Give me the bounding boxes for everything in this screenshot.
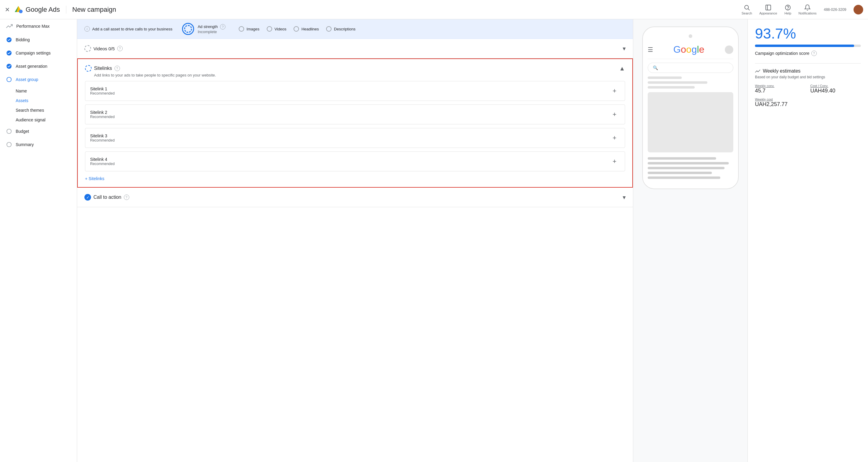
sidebar-item-asset-group[interactable]: Asset group: [0, 73, 77, 86]
score-percent: 93.7%: [755, 27, 861, 41]
asset-checks: Images Videos Headlines Descriptions: [239, 26, 355, 32]
sitelink-name-4: Sitelink 4: [90, 157, 115, 162]
sitelink-info-4: Sitelink 4 Recommended: [90, 157, 115, 166]
sidebar-item-campaign-settings[interactable]: Campaign settings: [0, 46, 77, 60]
score-label: Campaign optimization score ?: [755, 51, 861, 56]
descriptions-check-circle: [326, 26, 332, 32]
sidebar-summary-label: Summary: [16, 142, 34, 147]
videos-label: Videos: [275, 27, 287, 31]
notifications-icon: [804, 4, 811, 11]
sidebar-item-performance-max[interactable]: Performance Max: [0, 19, 77, 33]
notifications-nav-button[interactable]: Notifications: [798, 4, 816, 15]
ad-strength-help-icon[interactable]: ?: [220, 24, 225, 30]
sidebar-item-bidding[interactable]: Bidding: [0, 33, 77, 46]
help-nav-label: Help: [784, 11, 792, 15]
sidebar-sub-audience-signal[interactable]: Audience signal: [16, 115, 77, 125]
sidebar-item-summary[interactable]: Summary: [0, 138, 77, 151]
help-nav-button[interactable]: Help: [784, 4, 792, 15]
cost-per-conv-value: UAH49.40: [810, 88, 861, 94]
sitelink-add-btn-4[interactable]: +: [609, 156, 620, 167]
sitelink-tag-2: Recommended: [90, 115, 115, 119]
sitelink-add-btn-1[interactable]: +: [609, 86, 620, 96]
right-panel: 93.7% Campaign optimization score ? Week…: [747, 19, 868, 462]
svg-point-8: [788, 9, 788, 9]
top-navigation: ✕ Google Ads New campaign Search Appeara…: [0, 0, 868, 19]
notifications-nav-label: Notifications: [798, 11, 816, 15]
ad-strength-label: Ad strength ?: [198, 24, 225, 30]
circle-icon-asset-group: [6, 76, 12, 82]
add-sitelinks-link[interactable]: + Sitelinks: [85, 176, 625, 181]
weekly-conv-stat: Weekly conv. 45.7: [755, 84, 806, 94]
user-avatar[interactable]: [854, 5, 863, 14]
sidebar-asset-group-label: Asset group: [16, 77, 38, 82]
score-section: 93.7% Campaign optimization score ?: [748, 19, 868, 63]
ad-strength-status: Incomplete: [198, 30, 225, 34]
top-bar: i Add a call asset to drive calls to you…: [77, 19, 633, 39]
close-button[interactable]: ✕: [5, 6, 10, 13]
sidebar-sub-search-themes[interactable]: Search themes: [16, 105, 77, 115]
sidebar-sub-assets[interactable]: Assets: [16, 96, 77, 105]
cta-section: Call to action ? ▾: [77, 188, 633, 207]
sidebar-sub-name[interactable]: Name: [16, 86, 77, 96]
app-layout: Performance Max Bidding Campaign setting…: [0, 19, 868, 462]
account-number: 488-026-3209: [824, 7, 846, 12]
sidebar-item-budget[interactable]: Budget: [0, 125, 77, 138]
appearance-nav-button[interactable]: Appearance: [759, 4, 777, 15]
svg-line-4: [748, 9, 749, 10]
ad-strength-circle: [182, 23, 194, 35]
phone-bottom-lines: [648, 157, 733, 179]
cta-title: Call to action: [93, 195, 121, 200]
weekly-cost-section: Weekly cost UAH2,257.77: [755, 98, 861, 107]
sitelink-item-4: Sitelink 4 Recommended +: [85, 152, 625, 171]
headlines-label: Headlines: [301, 27, 319, 31]
trending-up-icon: [755, 68, 761, 74]
svg-point-13: [7, 129, 11, 134]
videos-chevron[interactable]: ▾: [623, 45, 626, 52]
sitelink-add-btn-2[interactable]: +: [609, 109, 620, 120]
weekly-estimates: Weekly estimates Based on your daily bud…: [748, 68, 868, 115]
info-icon: i: [84, 26, 90, 32]
help-icon: [784, 4, 791, 11]
top-bar-notice: i Add a call asset to drive calls to you…: [84, 26, 173, 32]
sitelink-info-3: Sitelink 3 Recommended: [90, 133, 115, 142]
sitelinks-subtitle: Add links to your ads to take people to …: [94, 73, 216, 77]
ad-strength-section: Ad strength ? Incomplete: [182, 23, 225, 35]
appearance-icon: [765, 4, 772, 11]
cost-per-conv-stat: Cost / Conv. UAH49.40: [810, 84, 861, 94]
google-ads-icon: [13, 5, 23, 14]
page-title: New campaign: [66, 6, 116, 13]
sitelink-info-1: Sitelink 1 Recommended: [90, 87, 115, 96]
appearance-nav-label: Appearance: [759, 11, 777, 15]
score-help-icon[interactable]: ?: [811, 51, 817, 56]
sidebar-budget-label: Budget: [16, 129, 29, 134]
sitelinks-title-row: Sitelinks ?: [85, 65, 216, 72]
videos-dashed-circle: [84, 45, 91, 52]
google-logo: Google: [673, 44, 704, 55]
check-icon-bidding: [6, 37, 12, 43]
videos-help-icon[interactable]: ?: [117, 46, 123, 51]
cta-chevron[interactable]: ▾: [623, 194, 626, 201]
score-bar-fill: [755, 44, 854, 47]
weekly-cost-label[interactable]: Weekly cost: [755, 98, 861, 101]
score-label-text: Campaign optimization score: [755, 51, 809, 56]
sidebar-perf-max-label: Performance Max: [16, 24, 50, 29]
phone-preview-panel: ☰ Google 🔍: [633, 19, 747, 462]
search-nav-label: Search: [742, 11, 752, 15]
weekly-conv-value: 45.7: [755, 88, 806, 94]
sitelink-tag-3: Recommended: [90, 138, 115, 142]
sitelinks-section: Sitelinks ? Add links to your ads to tak…: [77, 59, 633, 188]
sitelinks-chevron[interactable]: ▲: [619, 65, 625, 72]
weekly-conv-label[interactable]: Weekly conv.: [755, 84, 806, 88]
phone-search-bar: 🔍: [648, 63, 733, 73]
sitelink-name-3: Sitelink 3: [90, 133, 115, 138]
sitelinks-help-icon[interactable]: ?: [115, 66, 120, 71]
cta-help-icon[interactable]: ?: [124, 195, 129, 200]
cost-per-conv-label[interactable]: Cost / Conv.: [810, 84, 861, 88]
sitelink-item-2: Sitelink 2 Recommended +: [85, 104, 625, 124]
sidebar-item-asset-generation[interactable]: Asset generation: [0, 60, 77, 73]
weekly-title-text: Weekly estimates: [763, 68, 801, 74]
phone-menu-icon: ☰: [648, 46, 653, 53]
ad-strength-label-text: Ad strength: [198, 24, 218, 29]
sitelink-add-btn-3[interactable]: +: [609, 133, 620, 143]
search-nav-button[interactable]: Search: [742, 4, 752, 15]
